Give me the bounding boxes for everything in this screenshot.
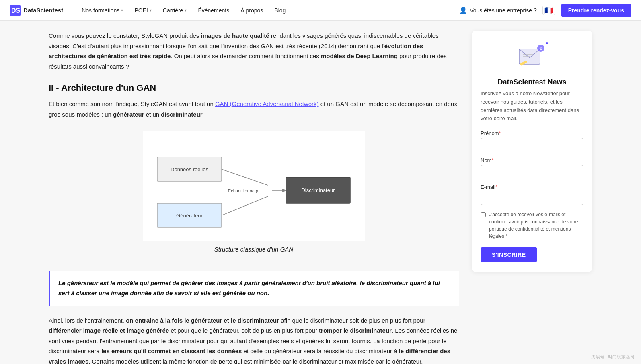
nav-right: 👤 Vous êtes une entreprise ? 🇫🇷 Prendre … [459,4,631,17]
enterprise-link[interactable]: 👤 Vous êtes une entreprise ? [459,6,537,14]
language-selector[interactable]: 🇫🇷 [542,6,555,15]
navbar: DS DataScientest Nos formations ▾ POEI ▾… [0,0,641,21]
chevron-down-icon: ▾ [121,8,123,12]
gan-link[interactable]: GAN (Generative Adversarial Network) [215,100,319,107]
gan-diagram: Données réelles Générateur Echantillonna… [149,137,358,233]
chevron-down-icon: ▾ [185,8,187,12]
article-section: Comme vous pouvez le constater, StyleGAN… [49,31,459,364]
email-input[interactable] [481,192,583,205]
newsletter-icon: ⚙ ✦ [516,40,548,72]
subscribe-button[interactable]: S'INSCRIRE [481,247,537,262]
newsletter-desc: Inscrivez-vous à notre Newsletter pour r… [481,90,583,123]
svg-text:DS: DS [11,7,21,14]
consent-label[interactable]: J'accepte de recevoir vos e-mails et con… [489,211,583,240]
prenom-group: Prénom* [481,130,583,151]
nav-poei[interactable]: POEI ▾ [129,0,157,21]
nav-formations[interactable]: Nos formations ▾ [76,0,129,21]
nom-group: Nom* [481,157,583,178]
svg-text:✦: ✦ [545,40,548,46]
svg-text:Discriminateur: Discriminateur [301,187,335,193]
svg-text:Générateur: Générateur [176,213,203,219]
newsletter-form: Prénom* Nom* E-mail* [481,130,583,262]
section-title: II - Architecture d'un GAN [49,83,459,93]
chevron-down-icon: ▾ [150,8,152,12]
checkbox-group: J'accepte de recevoir vos e-mails et con… [481,211,583,240]
blockquote: Le générateur est le modèle qui permet d… [49,271,459,306]
enterprise-label: Vous êtes une entreprise ? [470,7,537,14]
paragraph-2: Et bien comme son nom l'indique, StyleGA… [49,99,459,119]
newsletter-card: ⚙ ✦ DataScientest News Inscrivez-vous à … [472,31,592,272]
cta-button[interactable]: Prendre rendez-vous [561,4,631,17]
paragraph-1: Comme vous pouvez le constater, StyleGAN… [49,31,459,72]
diagram-container: Données réelles Générateur Echantillonna… [49,131,459,260]
paragraph-3: Ainsi, lors de l'entrainement, on entraî… [49,315,459,364]
consent-checkbox[interactable] [481,212,486,217]
page-wrapper: Comme vous pouvez le constater, StyleGAN… [39,21,602,364]
nom-label: Nom* [481,157,583,163]
svg-text:Echantillonnage: Echantillonnage [228,188,259,193]
nav-apropos[interactable]: À propos [235,0,269,21]
svg-line-7 [222,196,268,215]
sidebar: ⚙ ✦ DataScientest News Inscrivez-vous à … [472,21,592,364]
nom-input[interactable] [481,165,583,178]
nav-blog[interactable]: Blog [269,0,291,21]
main-content: Comme vous pouvez le constater, StyleGAN… [49,21,459,364]
prenom-input[interactable] [481,138,583,151]
nav-evenements[interactable]: Événements [192,0,235,21]
enterprise-icon: 👤 [459,6,467,14]
diagram-svg: Données réelles Générateur Echantillonna… [143,131,365,241]
svg-text:Données réelles: Données réelles [171,166,208,172]
logo[interactable]: DS DataScientest [10,5,63,16]
newsletter-icon-wrap: ⚙ ✦ [481,40,583,72]
newsletter-title: DataScientest News [481,78,583,86]
prenom-label: Prénom* [481,130,583,136]
svg-line-6 [222,169,268,185]
diagram-caption: Structure classique d'un GAN [214,244,293,255]
svg-text:⚙: ⚙ [539,46,543,51]
email-label: E-mail* [481,184,583,190]
nav-links: Nos formations ▾ POEI ▾ Carrière ▾ Événe… [76,0,459,21]
logo-icon: DS [10,5,21,16]
logo-text: DataScientest [23,7,63,14]
nav-carriere[interactable]: Carrière ▾ [157,0,193,21]
email-group: E-mail* [481,184,583,205]
